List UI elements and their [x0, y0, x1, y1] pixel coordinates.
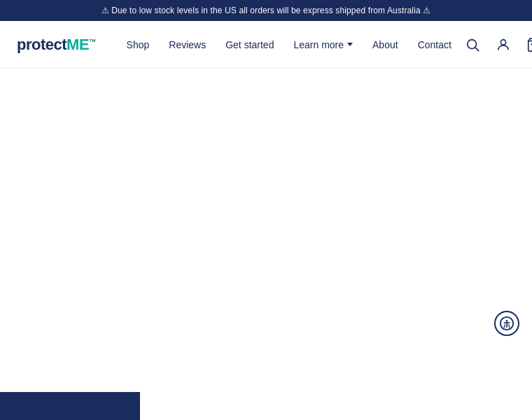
search-icon [465, 37, 480, 52]
svg-line-1 [475, 48, 479, 51]
cart-icon [526, 37, 532, 52]
logo-me: ME [66, 36, 89, 53]
announcement-bar: ⚠ Due to low stock levels in the US all … [0, 0, 532, 21]
header: protectME™ Shop Reviews Get started Lear… [0, 21, 532, 69]
announcement-text: ⚠ Due to low stock levels in the US all … [102, 6, 431, 15]
account-button[interactable] [491, 32, 516, 57]
logo-protect: protect [17, 36, 66, 53]
main-nav: Shop Reviews Get started Learn more Abou… [118, 34, 460, 56]
cart-button[interactable]: 0 [522, 32, 532, 57]
nav-shop[interactable]: Shop [118, 34, 158, 56]
main-content [0, 69, 532, 420]
nav-get-started[interactable]: Get started [217, 34, 282, 56]
header-icons: 0 [460, 32, 532, 57]
nav-contact[interactable]: Contact [410, 34, 460, 56]
svg-point-0 [468, 39, 477, 48]
nav-reviews[interactable]: Reviews [160, 34, 214, 56]
logo[interactable]: protectME™ [17, 37, 96, 52]
search-button[interactable] [460, 32, 485, 57]
logo-tm: ™ [89, 37, 96, 45]
chevron-down-icon [347, 43, 353, 46]
svg-point-2 [500, 39, 505, 44]
accessibility-button[interactable] [494, 311, 519, 336]
accessibility-icon [499, 316, 514, 331]
bottom-cta-button[interactable] [0, 392, 140, 420]
user-icon [496, 37, 511, 52]
nav-learn-more[interactable]: Learn more [285, 34, 361, 56]
nav-about[interactable]: About [364, 34, 407, 56]
svg-point-5 [506, 320, 508, 322]
